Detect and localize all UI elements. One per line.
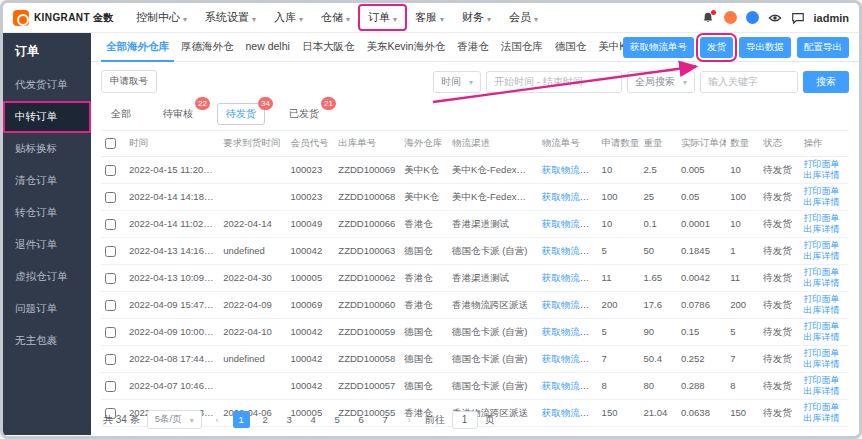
sidebar-item[interactable]: 中转订单 — [3, 101, 91, 133]
status-filter[interactable]: 待发货 34 — [217, 103, 265, 125]
get-tracking-link[interactable]: 获取物流单号 — [542, 380, 598, 391]
get-tracking-link[interactable]: 获取物流单号 — [542, 272, 598, 283]
get-tracking-link[interactable]: 获取物流单号 — [542, 353, 598, 364]
topbar-menu-item[interactable]: 控制中心 — [128, 6, 195, 29]
warehouse-tab[interactable]: 德国仓 — [550, 32, 592, 62]
outbound-detail-link[interactable]: 出库详情 — [804, 224, 845, 235]
page-number-button[interactable]: 7 — [377, 411, 394, 428]
outbound-detail-link[interactable]: 出库详情 — [804, 332, 845, 343]
topbar-menu-item[interactable]: 财务 — [454, 6, 499, 29]
cell-qty: 8 — [726, 373, 759, 400]
sidebar-item[interactable]: 无主包裹 — [3, 325, 91, 357]
print-label-link[interactable]: 打印面单 — [804, 321, 845, 332]
keyword-input[interactable] — [700, 71, 798, 93]
row-checkbox[interactable] — [105, 381, 116, 392]
time-field-select[interactable]: 时间 — [433, 71, 481, 93]
topbar-menu-item[interactable]: 订单 — [360, 6, 405, 29]
status-filter[interactable]: 已发货 21 — [281, 104, 327, 124]
action-button[interactable]: 导出数据 — [739, 37, 791, 58]
status-filter[interactable]: 待审核 22 — [155, 104, 201, 124]
outbound-detail-link[interactable]: 出库详情 — [804, 251, 845, 262]
print-label-link[interactable]: 打印面单 — [804, 348, 845, 359]
outbound-detail-link[interactable]: 出库详情 — [804, 170, 845, 181]
username[interactable]: iadmin — [814, 12, 849, 24]
sidebar-item[interactable]: 清仓订单 — [3, 165, 91, 197]
row-checkbox[interactable] — [105, 192, 116, 203]
total-count: 共 34 条 — [103, 413, 140, 427]
next-page-button[interactable]: › — [401, 411, 418, 428]
page-number-button[interactable]: 3 — [281, 411, 298, 428]
warehouse-tab[interactable]: 日本大阪仓 — [297, 32, 360, 62]
app-orange-icon[interactable] — [724, 11, 737, 24]
get-tracking-link[interactable]: 获取物流单号 — [542, 164, 598, 175]
print-label-link[interactable]: 打印面单 — [804, 159, 845, 170]
row-checkbox[interactable] — [105, 246, 116, 257]
sidebar-item[interactable]: 退件订单 — [3, 229, 91, 261]
sidebar-item[interactable]: 代发货订单 — [3, 69, 91, 101]
select-all-checkbox[interactable] — [105, 138, 116, 149]
page-size-select[interactable]: 5条/页 — [147, 410, 202, 429]
page-number-button[interactable]: 5 — [329, 411, 346, 428]
topbar-menu-item[interactable]: 仓储 — [313, 6, 358, 29]
print-label-link[interactable]: 打印面单 — [804, 267, 845, 278]
table-row: 2022-04-07 10:46:19 100042 ZZDD100057 德国… — [101, 373, 849, 400]
sidebar-item[interactable]: 贴标换标 — [3, 133, 91, 165]
outbound-detail-link[interactable]: 出库详情 — [804, 359, 845, 370]
warehouse-tab[interactable]: 全部海外仓库 — [101, 32, 174, 62]
notification-bell-icon[interactable] — [701, 11, 715, 25]
get-tracking-link[interactable]: 获取物流单号 — [542, 299, 598, 310]
outbound-detail-link[interactable]: 出库详情 — [804, 197, 845, 208]
date-range-input[interactable] — [486, 71, 622, 93]
get-tracking-link[interactable]: 获取物流单号 — [542, 245, 598, 256]
goto-page-input[interactable] — [452, 411, 478, 429]
status-filter[interactable]: 全部 — [103, 104, 139, 124]
row-checkbox[interactable] — [105, 219, 116, 230]
print-label-link[interactable]: 打印面单 — [804, 186, 845, 197]
row-checkbox[interactable] — [105, 300, 116, 311]
sidebar-item[interactable]: 问题订单 — [3, 293, 91, 325]
eye-icon[interactable] — [768, 11, 782, 25]
action-button[interactable]: 获取物流单号 — [623, 37, 694, 58]
action-button[interactable]: 发货 — [700, 37, 733, 58]
row-checkbox[interactable] — [105, 273, 116, 284]
print-label-link[interactable]: 打印面单 — [804, 213, 845, 224]
row-checkbox[interactable] — [105, 165, 116, 176]
outbound-detail-link[interactable]: 出库详情 — [804, 386, 845, 397]
action-button[interactable]: 配置导出 — [797, 37, 849, 58]
outbound-detail-link[interactable]: 出库详情 — [804, 278, 845, 289]
chat-icon[interactable] — [791, 11, 805, 25]
get-tracking-link[interactable]: 获取物流单号 — [542, 218, 598, 229]
print-label-link[interactable]: 打印面单 — [804, 375, 845, 386]
warehouse-tab[interactable]: 香港仓 — [452, 32, 494, 62]
table-row: 2022-04-14 11:02:22 2022-04-14 100049 ZZ… — [101, 211, 849, 238]
get-tracking-link[interactable]: 获取物流单号 — [542, 191, 598, 202]
topbar-menu-item[interactable]: 客服 — [407, 6, 452, 29]
topbar-menu-item[interactable]: 入库 — [266, 6, 311, 29]
page-number-button[interactable]: 1 — [233, 411, 250, 428]
app-blue-icon[interactable] — [746, 11, 759, 24]
topbar-menu-item[interactable]: 会员 — [501, 6, 546, 29]
search-button[interactable]: 搜索 — [803, 71, 849, 93]
prev-page-button[interactable]: ‹ — [209, 411, 226, 428]
outbound-detail-link[interactable]: 出库详情 — [804, 305, 845, 316]
row-checkbox[interactable] — [105, 327, 116, 338]
cell-qty: 7 — [726, 346, 759, 373]
print-label-link[interactable]: 打印面单 — [804, 294, 845, 305]
get-tracking-link[interactable]: 获取物流单号 — [542, 326, 598, 337]
request-number-button[interactable]: 申请取号 — [101, 70, 157, 93]
topbar-menu-item[interactable]: 系统设置 — [197, 6, 264, 29]
cell-order-no: ZZDD100066 — [334, 211, 400, 238]
warehouse-tab[interactable]: 厚德海外仓 — [176, 32, 239, 62]
page-number-button[interactable]: 4 — [305, 411, 322, 428]
sidebar-item[interactable]: 转仓订单 — [3, 197, 91, 229]
page-number-button[interactable]: 6 — [353, 411, 370, 428]
warehouse-tab[interactable]: 美东Kevin海外仓 — [361, 32, 450, 62]
row-checkbox[interactable] — [105, 354, 116, 365]
search-scope-select[interactable]: 全局搜索 — [627, 71, 695, 93]
cell-status: 待发货 — [759, 292, 799, 319]
sidebar-item[interactable]: 虚拟仓订单 — [3, 261, 91, 293]
print-label-link[interactable]: 打印面单 — [804, 240, 845, 251]
warehouse-tab[interactable]: 法国仓库 — [496, 32, 548, 62]
warehouse-tab[interactable]: new delhi — [241, 32, 295, 62]
page-number-button[interactable]: 2 — [257, 411, 274, 428]
